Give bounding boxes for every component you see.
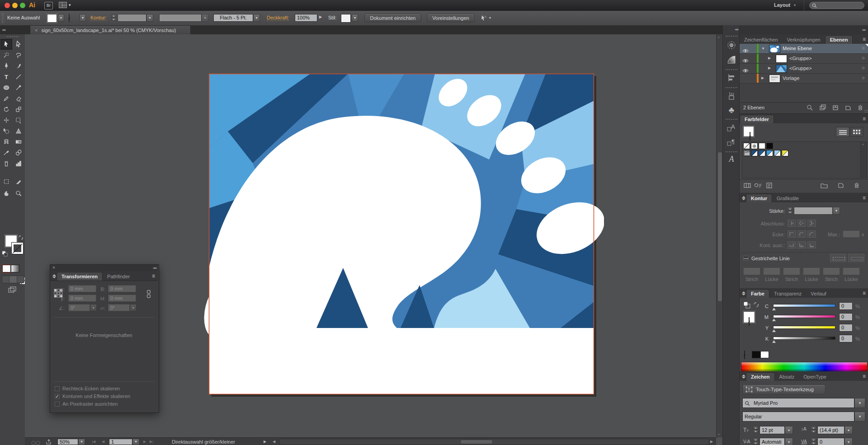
new-layer-icon[interactable] [844,104,852,113]
tool-direct-selection[interactable] [13,39,24,50]
document-tab[interactable]: × sign_60x50cm_landscape_1s.ai* bei 50 %… [30,25,191,34]
tab-absatz[interactable]: Absatz [775,373,799,381]
paragraph-styles-panel-icon[interactable]: ¶ [726,136,737,149]
join-bevel-button[interactable] [807,230,816,238]
list-view-button[interactable] [836,127,849,137]
yellow-slider-thumb[interactable] [772,329,776,332]
magenta-slider[interactable] [773,315,835,318]
control-bar-gripper[interactable] [1,13,4,23]
stroke-chevron-icon[interactable]: ▾ [80,14,86,22]
fill-chevron-icon[interactable]: ▾ [58,14,64,22]
cap-round-button[interactable] [797,220,806,227]
horizontal-scrollbar[interactable] [279,439,709,445]
vertical-scrollbar[interactable]: ▴ ▾ [716,34,723,437]
touch-type-button[interactable]: T Touch-Type-Textwerkzeug [742,384,826,394]
fill-swatch[interactable] [47,14,57,23]
swatch-black[interactable] [766,143,773,149]
toolbar-stroke-swatch-none[interactable] [11,242,24,254]
dash-align-button[interactable] [848,254,864,262]
symbols-panel-icon[interactable]: ♣ [726,105,737,116]
search-input[interactable] [809,2,864,9]
tool-gradient[interactable] [13,136,24,147]
group-thumbnail[interactable] [776,65,787,73]
tab-transformieren[interactable]: Transformieren [57,272,103,281]
constrain-link-icon[interactable] [145,290,152,300]
tab-transparenz[interactable]: Transparenz [769,290,806,298]
tool-slice[interactable] [13,176,24,187]
tool-eyedropper[interactable] [0,147,12,158]
cyan-field[interactable]: 0 [839,302,853,310]
workspace-icon[interactable] [59,2,67,8]
stroke-weight-label[interactable]: Kontur: [90,15,106,21]
dash-field-1[interactable] [743,267,760,275]
dock-gripper-5[interactable] [725,151,737,153]
last-artboard-icon[interactable]: ▶| [150,440,153,444]
join-round-button[interactable] [797,230,806,238]
tab-farbe[interactable]: Farbe [746,289,769,298]
opacity-chevron-icon[interactable]: ▶ [319,15,322,19]
cyan-slider-thumb[interactable] [772,308,776,310]
bridge-button[interactable]: Br [44,2,53,9]
tool-curvature[interactable] [13,61,24,71]
layer-row-gruppe-1[interactable]: ▶ <Gruppe> ○ [740,54,868,64]
font-style-field[interactable]: Regular [742,412,854,422]
swatch-blue-light[interactable] [774,150,781,156]
dash-field-2[interactable] [783,267,800,275]
kerning-field[interactable]: Automati [760,438,785,445]
font-size-stepper[interactable]: ▴▾ [753,426,758,433]
swap-fill-stroke-icon[interactable] [18,234,24,242]
tools-gripper[interactable] [6,36,19,38]
gap-field-2[interactable] [803,267,820,275]
swatch-blue-dark-2[interactable] [759,150,765,156]
tool-blend[interactable] [13,147,24,158]
tool-lasso[interactable] [13,50,24,61]
color-stroke-swatch[interactable] [749,317,750,326]
scale-corners-checkbox[interactable] [55,386,60,391]
style-chevron-icon[interactable]: ▾ [352,14,358,22]
group-name[interactable]: <Gruppe> [789,56,812,61]
glyphs-panel-icon[interactable]: A [726,155,737,164]
tab-farbfelder[interactable]: Farbfelder [740,115,774,123]
group-thumbnail[interactable] [776,55,787,63]
font-family-field[interactable]: Myriad Pro [742,398,854,408]
prev-artboard-icon[interactable]: ◀ [102,440,104,444]
weight-chevron-icon[interactable]: ▾ [833,207,840,215]
tool-shape-builder[interactable] [0,126,12,136]
swatch-libraries-icon[interactable] [743,182,751,191]
status-next-icon[interactable]: ▶ [264,440,266,444]
scale-strokes-checkbox[interactable]: ✓ [55,394,60,399]
weight-stepper[interactable]: ▴▾ [788,207,793,214]
scroll-up-icon[interactable]: ▴ [718,35,720,39]
layer-target-icon[interactable]: ○ [862,45,865,51]
swatches-panel-menu-icon[interactable]: ≡ [863,116,866,122]
layer-row-gruppe-2[interactable]: ▶ <Gruppe> ○ [740,64,868,74]
magenta-field[interactable]: 0 [839,313,853,321]
tab-zeichen[interactable]: Zeichen [746,372,775,381]
align-center-button[interactable] [788,241,796,248]
tool-paintbrush[interactable] [13,82,24,93]
tab-kontur[interactable]: Kontur [746,194,772,202]
new-color-group-icon[interactable] [820,182,828,191]
color-fill-stroke-mini-icon[interactable] [743,301,750,310]
dock-collapse-icon[interactable]: ▶▶ [863,28,866,31]
dock-gripper-4[interactable] [725,118,737,120]
swatches-stroke-indicator[interactable] [750,132,750,141]
stroke-weight-stepper[interactable]: ▴▾ [111,14,116,21]
dashed-line-checkbox[interactable]: — [743,256,748,261]
quick-none-swatch[interactable] [744,351,745,359]
tab-verknuepfungen[interactable]: Verknüpfungen [783,36,825,44]
select-similar-icon[interactable] [480,14,487,23]
swatch-white[interactable] [759,143,765,149]
zoom-window-button[interactable] [20,3,25,8]
tool-selection[interactable] [0,39,12,50]
opacity-field[interactable]: 100% [295,14,317,22]
layer-name[interactable]: Meine Ebene [783,46,812,51]
layer-target-icon[interactable]: ○ [862,75,865,80]
share-icon[interactable] [46,439,52,445]
align-inside-button[interactable] [797,241,806,248]
cap-projecting-button[interactable] [807,220,816,227]
delete-layer-icon[interactable] [857,104,863,113]
swatch-scrollbar[interactable]: ▴ [860,141,867,178]
rotate-field[interactable]: 0° [68,304,90,311]
stroke-panel-menu-icon[interactable]: ≡ [863,195,866,201]
